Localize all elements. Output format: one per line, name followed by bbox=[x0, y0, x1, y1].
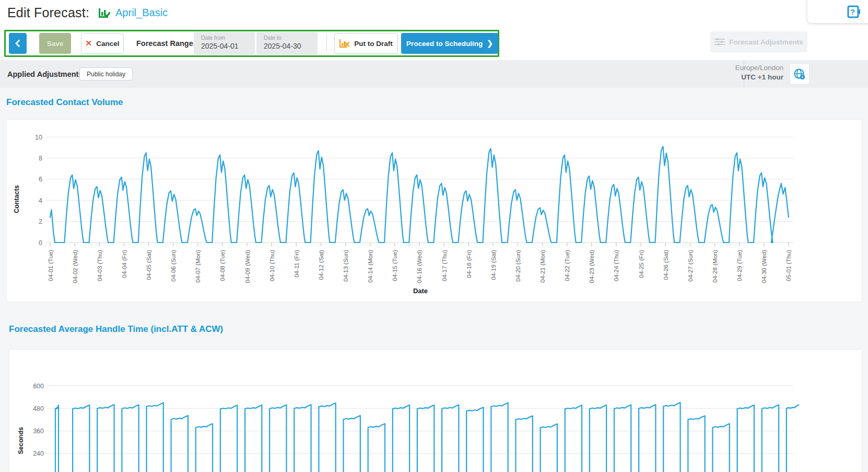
svg-text:04-20 (Sun): 04-20 (Sun) bbox=[515, 250, 521, 282]
forecast-range-label: Forecast Range: bbox=[136, 31, 196, 55]
svg-text:04-24 (Thu): 04-24 (Thu) bbox=[613, 250, 619, 281]
svg-text:4: 4 bbox=[39, 197, 42, 204]
svg-text:04-11 (Fri): 04-11 (Fri) bbox=[294, 250, 300, 278]
svg-text:04-29 (Tue): 04-29 (Tue) bbox=[736, 250, 743, 281]
svg-text:04-04 (Fri): 04-04 (Fri) bbox=[121, 250, 127, 278]
help-card: ? bbox=[807, 0, 868, 23]
contact-volume-svg: 024681004-01 (Tue)04-02 (Wed)04-03 (Thu)… bbox=[7, 120, 862, 302]
cancel-button[interactable]: ✕ Cancel bbox=[81, 33, 124, 54]
svg-text:04-14 (Mon): 04-14 (Mon) bbox=[367, 250, 373, 283]
public-holiday-chip[interactable]: Public holiday bbox=[79, 67, 133, 80]
cancel-x-icon: ✕ bbox=[86, 39, 92, 48]
charts-area: Forecasted Contact Volume 024681004-01 (… bbox=[0, 88, 868, 472]
date-to-field[interactable]: Date to 2025-04-30 bbox=[256, 32, 318, 55]
chevron-right-icon: ❯ bbox=[487, 39, 493, 48]
forecast-adjustments-button[interactable]: Forecast Adjustments bbox=[710, 31, 807, 52]
svg-text:04-09 (Wed): 04-09 (Wed) bbox=[244, 250, 251, 283]
forecast-chart-check-icon bbox=[98, 7, 110, 19]
help-icon[interactable]: ? bbox=[847, 5, 861, 19]
svg-text:04-12 (Sat): 04-12 (Sat) bbox=[318, 250, 324, 280]
svg-text:04-03 (Thu): 04-03 (Thu) bbox=[97, 250, 103, 281]
put-to-draft-label: Put to Draft bbox=[354, 40, 393, 48]
svg-text:04-13 (Sun): 04-13 (Sun) bbox=[343, 250, 349, 282]
save-button[interactable]: Save bbox=[39, 33, 71, 54]
edit-forecast-toolbar: Save ✕ Cancel Forecast Range: Date from … bbox=[4, 30, 499, 57]
aht-title: Forecasted Average Handle Time (incl.ATT… bbox=[9, 324, 223, 335]
page-title: Edit Forecast: bbox=[7, 5, 89, 20]
svg-text:04-07 (Mon): 04-07 (Mon) bbox=[195, 250, 201, 283]
svg-text:10: 10 bbox=[35, 134, 42, 141]
svg-text:360: 360 bbox=[33, 428, 44, 435]
svg-text:04-05 (Sat): 04-05 (Sat) bbox=[146, 250, 152, 280]
page-header: Edit Forecast: April_Basic bbox=[7, 5, 168, 20]
svg-text:04-18 (Fri): 04-18 (Fri) bbox=[466, 250, 472, 278]
svg-text:04-28 (Mon): 04-28 (Mon) bbox=[712, 250, 718, 283]
chevron-left-icon bbox=[14, 40, 21, 47]
svg-text:Date: Date bbox=[413, 287, 428, 295]
date-from-field[interactable]: Date from 2025-04-01 bbox=[194, 32, 255, 55]
aht-svg: 600480360240Seconds bbox=[9, 350, 862, 472]
svg-text:04-08 (Tue): 04-08 (Tue) bbox=[219, 250, 226, 281]
svg-text:04-26 (Sat): 04-26 (Sat) bbox=[663, 250, 669, 280]
globe-icon bbox=[793, 68, 806, 80]
svg-text:04-06 (Sun): 04-06 (Sun) bbox=[170, 250, 177, 282]
svg-text:?: ? bbox=[850, 8, 855, 16]
svg-text:04-02 (Wed): 04-02 (Wed) bbox=[72, 250, 78, 283]
timezone-region: Europe/London bbox=[679, 64, 783, 72]
draft-chart-x-icon bbox=[339, 39, 350, 48]
svg-text:480: 480 bbox=[33, 405, 44, 412]
back-button[interactable] bbox=[9, 33, 27, 54]
svg-text:2: 2 bbox=[39, 218, 42, 225]
svg-text:04-10 (Thu): 04-10 (Thu) bbox=[269, 250, 275, 281]
proceed-label: Proceed to Scheduling bbox=[406, 40, 483, 48]
svg-text:04-15 (Tue): 04-15 (Tue) bbox=[392, 250, 398, 281]
forecast-adjustments-label: Forecast Adjustments bbox=[729, 38, 803, 46]
svg-text:04-25 (Fri): 04-25 (Fri) bbox=[638, 250, 644, 278]
svg-text:04-17 (Thu): 04-17 (Thu) bbox=[441, 250, 448, 281]
svg-text:04-21 (Mon): 04-21 (Mon) bbox=[539, 250, 546, 283]
proceed-to-scheduling-button[interactable]: Proceed to Scheduling ❯ bbox=[401, 33, 498, 54]
svg-text:240: 240 bbox=[33, 450, 44, 457]
timezone-offset: UTC +1 hour bbox=[679, 73, 783, 81]
applied-adjustments-bar: Applied Adjustments: Public holiday Euro… bbox=[0, 60, 868, 88]
svg-text:04-22 (Tue): 04-22 (Tue) bbox=[564, 250, 570, 281]
timezone-button[interactable] bbox=[790, 63, 810, 85]
svg-text:04-27 (Sun): 04-27 (Sun) bbox=[687, 250, 694, 282]
svg-text:05-01 (Thu): 05-01 (Thu) bbox=[785, 250, 792, 281]
svg-text:04-30 (Wed): 04-30 (Wed) bbox=[761, 250, 767, 283]
cancel-label: Cancel bbox=[96, 40, 119, 48]
svg-text:04-16 (Wed): 04-16 (Wed) bbox=[416, 250, 423, 283]
contact-volume-title: Forecasted Contact Volume bbox=[6, 97, 123, 108]
svg-text:600: 600 bbox=[33, 383, 44, 390]
toolbar-divider bbox=[326, 34, 327, 52]
sliders-icon bbox=[714, 38, 725, 46]
svg-text:04-01 (Tue): 04-01 (Tue) bbox=[48, 250, 54, 281]
date-to-value: 2025-04-30 bbox=[264, 42, 318, 50]
aht-chart: 600480360240Seconds bbox=[9, 349, 862, 472]
forecast-name-link[interactable]: April_Basic bbox=[115, 7, 168, 19]
svg-text:8: 8 bbox=[39, 155, 42, 162]
applied-adjustments-label: Applied Adjustments: bbox=[7, 60, 85, 88]
date-from-value: 2025-04-01 bbox=[201, 42, 255, 50]
svg-text:Seconds: Seconds bbox=[17, 427, 25, 454]
put-to-draft-button[interactable]: Put to Draft bbox=[334, 33, 398, 54]
date-from-label: Date from bbox=[201, 34, 255, 41]
svg-text:Contacts: Contacts bbox=[13, 185, 20, 213]
timezone-info: Europe/London UTC +1 hour bbox=[679, 64, 783, 81]
contact-volume-chart: 024681004-01 (Tue)04-02 (Wed)04-03 (Thu)… bbox=[6, 119, 862, 302]
date-to-label: Date to bbox=[264, 34, 318, 41]
svg-text:04-23 (Wed): 04-23 (Wed) bbox=[589, 250, 595, 283]
svg-text:6: 6 bbox=[39, 176, 42, 183]
svg-text:0: 0 bbox=[39, 239, 42, 247]
svg-text:04-19 (Sat): 04-19 (Sat) bbox=[490, 250, 497, 280]
